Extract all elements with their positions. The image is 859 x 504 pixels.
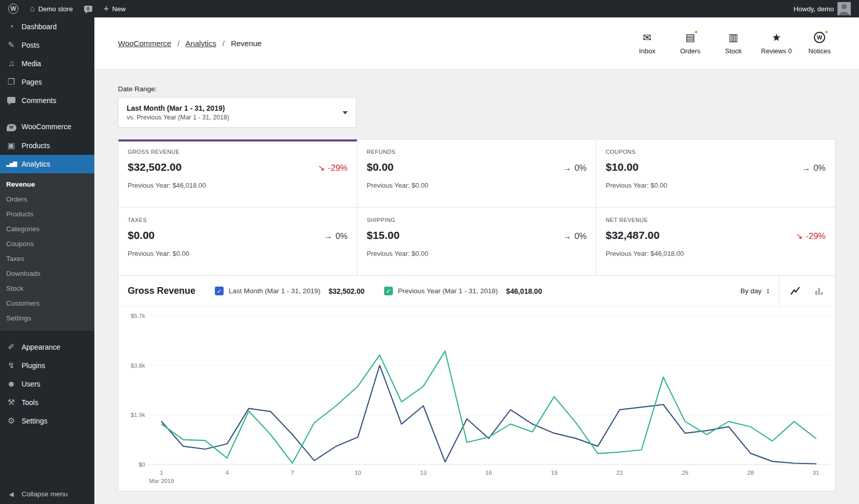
tile-previous: Previous Year: $0.00 [367,250,587,257]
sidebar-item-comments[interactable]: Comments [0,91,94,110]
submenu-item-downloads[interactable]: Downloads [0,266,94,281]
sidebar-item-dashboard[interactable]: ◔ Dashboard [0,17,94,36]
svg-text:25: 25 [682,470,688,476]
bar-chart-toggle[interactable] [812,285,826,298]
comments-icon [6,96,16,105]
submenu-item-categories[interactable]: Categories [0,221,94,236]
sidebar-item-tools[interactable]: ⚒ Tools [0,393,94,412]
plugins-icon: ↯ [6,361,16,370]
submenu-item-products[interactable]: Products [0,207,94,221]
tile-value: $0.00 [367,161,394,173]
svg-text:$1.9k: $1.9k [131,412,145,418]
site-name-label: Demo store [38,5,73,13]
orders-button[interactable]: ▤ Orders [670,31,710,55]
tile-net-revenue[interactable]: NET REVENUE $32,487.00 ↘-29% Previous Ye… [596,208,835,275]
svg-text:10: 10 [354,470,361,476]
sidebar-item-users[interactable]: ☻ Users [0,375,94,393]
date-range-dropdown[interactable]: Last Month (Mar 1 - 31, 2019) vs. Previo… [118,97,356,128]
tile-previous: Previous Year: $0.00 [367,182,587,189]
svg-text:31: 31 [813,470,820,476]
submenu-item-settings[interactable]: Settings [0,311,94,326]
sidebar-item-label: Users [22,380,41,388]
submenu-item-orders[interactable]: Orders [0,192,94,207]
legend-last-month[interactable]: ✓ Last Month (Mar 1 - 31, 2019) $32,502.… [215,287,365,295]
home-icon: ⌂ [30,5,35,13]
sidebar-item-appearance[interactable]: ✐ Appearance [0,338,94,356]
submenu-item-revenue[interactable]: Revenue [0,177,94,192]
submenu-item-stock[interactable]: Stock [0,281,94,296]
svg-text:7: 7 [291,470,294,476]
notices-button[interactable]: W Notices [800,31,840,55]
stock-button[interactable]: ▥ Stock [713,31,753,55]
analytics-submenu: Revenue Orders Products Categories Coupo… [0,173,94,331]
legend-label: Previous Year (Mar 1 - 31, 2018) [398,287,498,295]
notices-icon: W [814,31,825,44]
sidebar-item-plugins[interactable]: ↯ Plugins [0,356,94,375]
admin-bar: W ⌂ Demo store 0 + New Howdy, demo [0,0,859,17]
woocommerce-icon: W [6,122,16,131]
collapse-arrow-icon: ◀ [6,491,16,497]
sidebar-item-label: Analytics [22,160,50,168]
bar-chart-icon [813,286,825,297]
tile-previous: Previous Year: $0.00 [128,250,348,257]
comments-shortcut[interactable]: 0 [84,6,92,12]
reviews-button[interactable]: ★ Reviews 0 [756,31,796,55]
sidebar-item-label: Tools [22,398,38,407]
submenu-item-taxes[interactable]: Taxes [0,251,94,266]
svg-text:$3.8k: $3.8k [131,362,145,369]
reviews-star-icon: ★ [772,31,781,44]
collapse-menu-button[interactable]: ◀ Collapse menu [0,484,94,504]
line-chart-toggle[interactable] [789,285,802,298]
checkbox-checked-icon: ✓ [215,287,224,295]
tile-previous: Previous Year: $46,018.00 [606,250,826,257]
breadcrumb-woocommerce-link[interactable]: WooCommerce [118,39,171,48]
legend-previous-year[interactable]: ✓ Previous Year (Mar 1 - 31, 2018) $46,0… [384,287,542,295]
line-chart-icon [790,286,801,297]
trend-flat-icon: → [802,163,811,173]
submenu-item-customers[interactable]: Customers [0,296,94,311]
svg-text:4: 4 [225,470,229,476]
sidebar-item-products[interactable]: ▣ Products [0,136,94,155]
sidebar-item-pages[interactable]: ❐ Pages [0,73,94,91]
legend-total: $32,502.00 [329,287,365,295]
checkbox-checked-icon: ✓ [384,287,393,295]
tile-gross-revenue[interactable]: GROSS REVENUE $32,502.00 ↘-29% Previous … [118,139,357,207]
tile-refunds[interactable]: REFUNDS $0.00 →0% Previous Year: $0.00 [357,139,596,207]
wordpress-logo-icon[interactable]: W [8,4,18,14]
account-menu[interactable]: Howdy, demo [793,2,851,15]
interval-label: By day [741,287,762,295]
comment-count: 0 [87,6,89,11]
sidebar-item-media[interactable]: ♫ Media [0,54,94,73]
appearance-icon: ✐ [6,343,16,351]
sidebar-item-posts[interactable]: ✎ Posts [0,36,94,54]
breadcrumb-separator: / [223,39,225,48]
sidebar-item-analytics[interactable]: ▂▅▇ Analytics [0,155,94,173]
chart-card: Gross Revenue ✓ Last Month (Mar 1 - 31, … [118,275,835,491]
tile-taxes[interactable]: TAXES $0.00 →0% Previous Year: $0.00 [118,208,357,275]
menu-separator [0,110,94,117]
date-range-secondary: vs. Previous Year (Mar 1 - 31, 2018) [127,114,229,121]
tile-shipping[interactable]: SHIPPING $15.00 →0% Previous Year: $0.00 [357,208,596,275]
site-name-link[interactable]: ⌂ Demo store [30,5,73,13]
summary-tiles: GROSS REVENUE $32,502.00 ↘-29% Previous … [118,139,835,276]
chevron-down-icon [343,111,348,117]
chart-type-toggle [779,276,835,306]
tile-coupons[interactable]: COUPONS $10.00 →0% Previous Year: $0.00 [596,139,835,207]
inbox-button[interactable]: ✉ Inbox [627,31,667,55]
sidebar-item-label: Products [22,142,50,150]
submenu-item-coupons[interactable]: Coupons [0,236,94,251]
report-body: Date Range: Last Month (Mar 1 - 31, 2019… [94,69,859,504]
sidebar-item-settings[interactable]: ⚙ Settings [0,412,94,430]
breadcrumb-analytics-link[interactable]: Analytics [186,39,216,48]
stock-icon: ▥ [729,31,738,44]
tile-value: $0.00 [128,229,155,241]
svg-text:Mar 2019: Mar 2019 [149,478,174,484]
sidebar-item-label: Plugins [22,361,45,370]
new-label: New [112,5,126,13]
howdy-label: Howdy, demo [793,5,834,13]
sidebar-item-woocommerce[interactable]: W WooCommerce [0,117,94,136]
trend-flat-icon: → [324,231,333,241]
new-content-button[interactable]: + New [104,4,126,14]
interval-select[interactable]: By day ▲▼ [741,287,770,295]
tile-trend: →0% [324,231,348,241]
